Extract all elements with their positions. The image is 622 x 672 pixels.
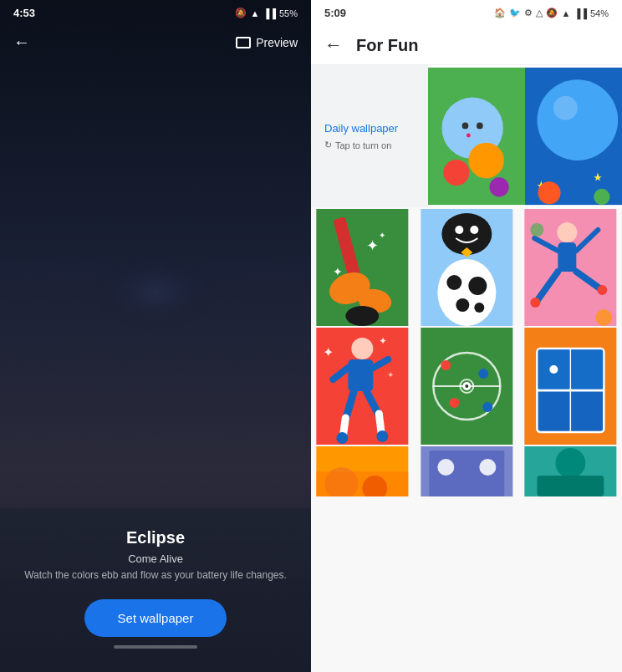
wallpaper-grid: Daily wallpaper ↻ Tap to turn on: [311, 65, 622, 672]
daily-info: Daily wallpaper ↻ Tap to turn on: [311, 65, 428, 207]
battery-left: 55%: [279, 8, 298, 18]
back-arrow-left[interactable]: ←: [13, 33, 30, 52]
svg-point-67: [482, 402, 492, 412]
preview-label: Preview: [256, 36, 298, 49]
svg-point-7: [443, 160, 469, 186]
bottom-card: Eclipse Come Alive Watch the colors ebb …: [0, 507, 311, 672]
svg-point-69: [465, 384, 468, 388]
status-icons-left: 🔕 ▲ ▐▐ 55%: [235, 8, 298, 18]
svg-text:✦: ✦: [387, 370, 394, 379]
svg-rect-35: [558, 242, 577, 272]
wallpaper-daily-2[interactable]: [525, 65, 622, 207]
svg-point-32: [456, 298, 469, 312]
svg-point-64: [441, 360, 451, 370]
svg-point-66: [449, 398, 459, 408]
signal-icon: ▐▐: [263, 8, 276, 18]
svg-point-4: [477, 123, 483, 130]
left-panel: 4:53 🔕 ▲ ▐▐ 55% ← Preview Eclipse: [0, 0, 311, 672]
mute-icon-right: 🔕: [546, 8, 558, 18]
svg-point-57: [336, 432, 348, 444]
svg-point-26: [455, 226, 463, 234]
set-wallpaper-button[interactable]: Set wallpaper: [84, 599, 227, 637]
svg-point-0: [89, 250, 222, 333]
preview-icon: [236, 37, 251, 48]
wallpaper-cell-8[interactable]: [416, 446, 518, 496]
svg-point-15: [594, 189, 609, 205]
daily-images: [428, 65, 622, 207]
tap-label: Tap to turn on: [335, 140, 391, 150]
svg-text:✦: ✦: [379, 231, 385, 240]
daily-section: Daily wallpaper ↻ Tap to turn on: [311, 65, 622, 207]
svg-point-41: [531, 298, 541, 308]
svg-point-44: [596, 309, 613, 326]
time-right: 5:09: [324, 7, 346, 19]
wallpaper-cell-7[interactable]: [311, 446, 414, 496]
wallpaper-title: Eclipse: [17, 528, 294, 547]
back-arrow-right[interactable]: ←: [324, 34, 343, 56]
svg-point-8: [489, 177, 508, 196]
svg-text:✦: ✦: [366, 237, 379, 254]
signal-icon-right: ▐▐: [574, 8, 587, 18]
twitter-icon-right: 🐦: [509, 8, 521, 18]
svg-point-29: [437, 259, 496, 326]
svg-point-30: [446, 275, 461, 290]
svg-text:✦: ✦: [323, 345, 334, 359]
home-icon-right: 🏠: [494, 8, 506, 18]
wallpaper-cell-2[interactable]: [416, 209, 518, 326]
wallpaper-cell-4[interactable]: ✦ ✦ ✦: [311, 328, 414, 445]
wallpaper-preview-area: [0, 59, 311, 507]
svg-text:✦: ✦: [333, 265, 343, 278]
svg-point-33: [474, 303, 484, 313]
wifi-icon-right: ▲: [561, 8, 570, 18]
gear-icon-right: ⚙: [524, 8, 533, 18]
svg-point-11: [553, 96, 578, 120]
top-bar-right: ← For Fun: [311, 26, 622, 65]
wallpaper-subtitle: Come Alive: [17, 552, 294, 565]
status-bar-left: 4:53 🔕 ▲ ▐▐ 55%: [0, 0, 311, 26]
status-bar-right: 5:09 🏠 🐦 ⚙ △ 🔕 ▲ ▐▐ 54%: [311, 0, 622, 26]
svg-point-6: [468, 143, 504, 179]
svg-point-84: [437, 459, 454, 476]
svg-point-27: [470, 226, 478, 234]
wallpaper-cell-1[interactable]: ✦ ✦ ✦: [311, 209, 414, 326]
svg-rect-81: [316, 471, 408, 496]
svg-point-58: [376, 430, 388, 442]
svg-point-36: [558, 222, 578, 242]
svg-point-87: [556, 448, 586, 478]
grid-row-3: [311, 446, 622, 496]
svg-point-65: [478, 369, 488, 379]
daily-wallpaper-label: Daily wallpaper: [324, 122, 415, 135]
wallpaper-cell-9[interactable]: [519, 446, 622, 496]
wallpaper-cell-3[interactable]: [519, 209, 622, 326]
time-left: 4:53: [13, 7, 35, 19]
svg-point-49: [351, 338, 373, 359]
grid-row-2: ✦ ✦ ✦: [311, 328, 622, 445]
grid-row-1: ✦ ✦ ✦: [311, 209, 622, 326]
svg-rect-88: [538, 476, 604, 496]
svg-point-77: [550, 365, 558, 374]
svg-rect-50: [348, 359, 373, 391]
page-title: For Fun: [356, 36, 418, 55]
svg-rect-76: [572, 349, 604, 389]
svg-point-14: [538, 181, 560, 204]
top-bar-left: ← Preview: [0, 26, 311, 59]
drive-icon-right: △: [536, 8, 543, 18]
wifi-icon: ▲: [250, 8, 259, 18]
svg-point-23: [345, 306, 379, 326]
wallpaper-cell-5[interactable]: [416, 328, 518, 445]
svg-point-42: [598, 285, 608, 295]
svg-point-43: [531, 223, 544, 237]
preview-button[interactable]: Preview: [236, 36, 298, 49]
mute-icon: 🔕: [235, 8, 247, 18]
wallpaper-daily-1[interactable]: [428, 65, 525, 207]
svg-point-5: [466, 134, 471, 138]
svg-point-3: [462, 123, 469, 130]
status-icons-right: 🏠 🐦 ⚙ △ 🔕 ▲ ▐▐ 54%: [494, 8, 609, 18]
refresh-icon: ↻: [324, 140, 332, 150]
svg-point-85: [479, 459, 496, 476]
eclipse-visual: [72, 200, 239, 367]
battery-right: 54%: [590, 8, 609, 18]
wallpaper-description: Watch the colors ebb and flow as your ba…: [17, 568, 294, 583]
home-indicator-left: [114, 645, 197, 649]
wallpaper-cell-6[interactable]: [519, 328, 622, 445]
